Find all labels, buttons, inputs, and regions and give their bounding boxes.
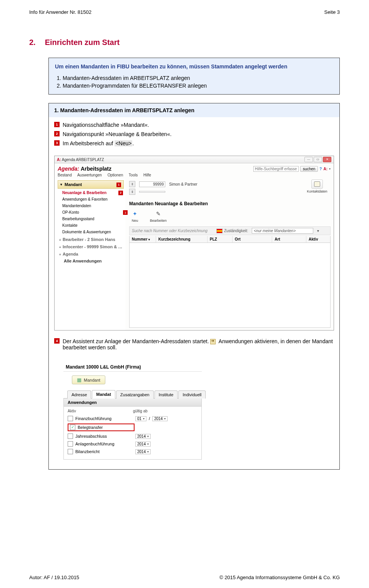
tab-zusatzangaben[interactable]: Zusatzangaben (116, 390, 154, 399)
window-title: A: Agenda ARBEITSPLATZ (57, 158, 104, 162)
bearbeiten-button[interactable]: ✎ Bearbeiten (150, 209, 167, 223)
action-row: 3 ✦ Neu ✎ Bearbeiten (129, 209, 331, 223)
brand-row: Agenda: Arbeitsplatz suchen ? A:▾ (55, 163, 334, 173)
col-art[interactable]: Art (272, 236, 306, 243)
year-select[interactable]: 2014 (135, 449, 151, 454)
app-row-jahresabschluss: Jahresabschluss 2014 (68, 432, 198, 440)
intro-lead: Um einen Mandanten in FIBU bearbeiten zu… (55, 63, 333, 70)
col-kurzbezeichnung[interactable]: Kurzbezeichnung (156, 236, 208, 243)
page-footer: Autor: AF / 19.10.2015 © 2015 Agenda Inf… (29, 575, 340, 580)
help-search-input[interactable] (253, 166, 299, 172)
mandant-breadcrumb-button[interactable]: ▦ Mandant (72, 375, 105, 384)
checkbox-belegtransfer[interactable] (70, 425, 75, 430)
neu-icon: ✦ (131, 209, 139, 218)
agenda-a-icon[interactable]: A: (323, 167, 327, 171)
sidebar-item[interactable]: Mandantendaten (62, 203, 124, 209)
sidebar-item[interactable]: Bearbeitungsstand (62, 216, 124, 222)
step-items: 1 Navigationsschaltfläche »Mandant«. 2 N… (49, 117, 339, 153)
step-2: 2 Navigationspunkt »Neuanlage & Bearbeit… (54, 131, 334, 137)
year-select[interactable]: 2014 (135, 442, 151, 447)
screenshot-mandat: Mandant 10000 L&L GmbH (Firma) ▦ Mandant… (63, 363, 202, 460)
col-nummer[interactable]: Nummer ▾ (130, 236, 156, 243)
callout-badge-3: 3 (123, 210, 128, 215)
col-ort[interactable]: Ort (233, 236, 273, 243)
col-aktiv[interactable]: Aktiv (306, 236, 330, 243)
callout-badge-1: 1 (116, 183, 121, 187)
year-select[interactable]: 2014 (135, 434, 151, 439)
menu-item[interactable]: Auswertungen (77, 173, 102, 177)
sidebar-group[interactable]: Infocenter - 99999 Simon & … (58, 243, 124, 250)
checkbox-jahresabschluss[interactable] (68, 434, 73, 439)
list-search-input[interactable]: Suche nach Nummer oder Kurzbezeichnung (132, 229, 213, 233)
sidebar-alle-anwendungen[interactable]: Alle Anwendungen (58, 257, 124, 264)
sidebar-list: Neuanlage & Bearbeiten 2 Anwendungen & F… (58, 189, 124, 235)
flag-icon (216, 229, 223, 233)
table-header: Nummer ▾ Kurzbezeichnung PLZ Ort Art Akt… (129, 236, 331, 243)
checkbox-fibu[interactable] (68, 416, 73, 421)
min-button[interactable]: — (304, 157, 313, 162)
checkbox-anlagenbuchfuehrung[interactable] (68, 441, 73, 447)
step-1-text: Navigationsschaltfläche »Mandant«. (63, 122, 334, 128)
anwendungen-col-header: Aktiv gültig ab (68, 408, 198, 415)
close-button[interactable]: ✕ (323, 157, 331, 162)
app-row-bilanzbericht: Bilanzbericht 2014 (68, 448, 198, 455)
step-2-text: Navigationspunkt »Neuanlage & Bearbeiten… (63, 131, 334, 137)
tab-institute[interactable]: Institute (155, 390, 178, 399)
kontaktdaten-button[interactable]: Kontaktdaten (304, 179, 331, 193)
menu-item[interactable]: Optionen (108, 173, 123, 177)
neu-button[interactable]: 3 ✦ Neu (131, 209, 139, 223)
zustaendigkeit-dropdown-icon[interactable]: ▾ (317, 229, 319, 233)
intro-item: Mandanten-Adressdaten im ARBEITSPLATZ an… (63, 75, 333, 81)
step-3-text: Im Arbeitsbereich auf <Neu>. (63, 140, 334, 146)
help-icon[interactable]: ? (319, 167, 322, 171)
mandant-name: Simon & Partner (169, 182, 197, 186)
app-row-fibu: Finanzbuchführung 01 / 2014 (68, 415, 198, 422)
table-body (129, 243, 331, 328)
sidebar-item[interactable]: Anwendungen & Favoriten (62, 196, 124, 203)
intro-item: Mandanten-Programmdaten für BELEGTRANSFE… (63, 83, 333, 89)
mandant-number[interactable]: 99999 (139, 181, 165, 187)
mandant-icon: ▦ (77, 377, 81, 383)
year-select[interactable]: 2014 (152, 416, 168, 421)
step-3: 3 Im Arbeitsbereich auf <Neu>. (54, 140, 334, 146)
tabs: Adresse Mandat Zusatzangaben Institute I… (63, 386, 202, 399)
col-plz[interactable]: PLZ (208, 236, 233, 243)
step-4-text: Der Assistent zur Anlage der Mandanten-A… (63, 338, 334, 350)
tab-individuell[interactable]: Individuell (178, 390, 206, 399)
main-title: Mandanten Neuanlage & Bearbeiten (129, 201, 331, 206)
sidebar-item[interactable]: Kontakte (62, 222, 124, 229)
sidebar-group[interactable]: Bearbeiter - 2 Simon Hans (58, 235, 124, 243)
step-4: 4 Der Assistent zur Anlage der Mandanten… (54, 338, 334, 350)
step-1: 1 Navigationsschaltfläche »Mandant«. (54, 122, 334, 128)
screenshot-arbeitsplatz: A: Agenda ARBEITSPLATZ — ▭ ✕ Agenda: Arb… (54, 156, 334, 331)
sidebar-group[interactable]: Agenda (58, 250, 124, 257)
updown-1[interactable]: ⇕ (129, 181, 135, 187)
tab-adresse[interactable]: Adresse (67, 390, 91, 399)
sidebar-item[interactable]: OP-Konto (62, 209, 124, 216)
neu-hl: <Neu> (115, 140, 132, 146)
tab-mandat[interactable]: Mandat (92, 390, 115, 399)
max-button[interactable]: ▭ (314, 157, 322, 162)
sidebar-mandant-header[interactable]: Mandant 1 (58, 180, 124, 189)
help-search-button[interactable]: suchen (300, 166, 318, 172)
zustaendigkeit-select[interactable]: <nur meine Mandanten> (252, 228, 313, 234)
checkbox-bilanzbericht[interactable] (68, 449, 73, 454)
sidebar-item[interactable]: Dokumente & Auswertungen (62, 229, 124, 235)
section-heading: 2.Einrichten zum Start (29, 38, 340, 47)
menu-item[interactable]: Bestand (58, 173, 72, 177)
step-badge-3: 3 (54, 140, 60, 146)
menu-bar: Bestand Auswertungen Optionen Tools Hilf… (55, 173, 334, 179)
mandant-number-2[interactable] (139, 191, 165, 193)
mandant-row-2: ⇕ (129, 189, 304, 195)
month-select[interactable]: 01 (135, 416, 146, 421)
menu-item[interactable]: Hilfe (143, 173, 151, 177)
section-num: 2. (29, 38, 36, 47)
step-box-1: 1. Mandanten-Adressdaten im ARBEITSPLATZ… (48, 103, 340, 470)
app-row-anlagenbuchfuehrung: Anlagenbuchführung 2014 (68, 440, 198, 448)
list-search-row: Suche nach Nummer oder Kurzbezeichnung Z… (129, 226, 331, 235)
main-area: Kontaktdaten ⇕ 99999 Simon & Partner ⇕ M… (125, 179, 334, 330)
section-title: Einrichten zum Start (45, 38, 120, 47)
menu-item[interactable]: Tools (129, 173, 138, 177)
updown-2[interactable]: ⇕ (129, 189, 135, 195)
sidebar-item-neuanlage[interactable]: Neuanlage & Bearbeiten 2 (62, 189, 124, 196)
